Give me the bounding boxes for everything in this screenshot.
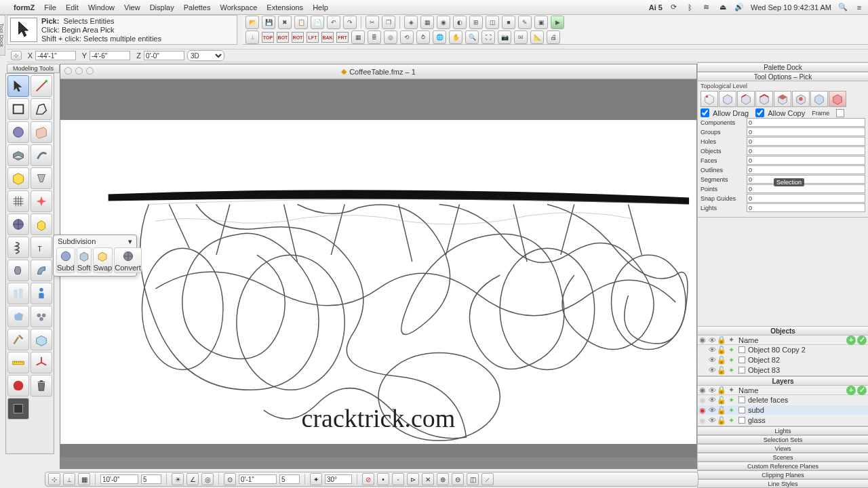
bluetooth-icon[interactable]: ᛒ <box>686 3 695 12</box>
mini-panel-header[interactable]: Clipping Planes <box>698 470 868 479</box>
view-lft[interactable]: LFT <box>307 32 319 43</box>
count-value[interactable] <box>747 203 865 212</box>
tb-hand-icon[interactable]: ✋ <box>449 30 462 44</box>
tb-redo-icon[interactable]: ↷ <box>343 16 357 29</box>
tb-print-icon[interactable]: 🖨 <box>547 30 560 44</box>
obj-col-snap[interactable]: ✦ <box>726 336 736 344</box>
sb-input-2[interactable] <box>141 474 161 484</box>
tb-hatch-icon[interactable]: ▦ <box>420 16 434 29</box>
wall-tool[interactable] <box>7 283 29 304</box>
sb-end-icon[interactable]: ⊳ <box>407 473 419 485</box>
subd-button[interactable]: Subd <box>56 247 75 273</box>
convert-button[interactable]: Convert <box>114 247 142 273</box>
topo-hole[interactable] <box>792 91 810 107</box>
min-dot[interactable] <box>75 67 83 75</box>
tb-scene-icon[interactable]: ▣ <box>534 16 548 29</box>
obj-col-vis[interactable]: 👁 <box>707 336 717 344</box>
extrude-tool[interactable] <box>7 144 29 166</box>
obj-col-lock[interactable]: 🔒 <box>717 336 726 344</box>
topo-segment[interactable] <box>737 91 755 107</box>
topo-point[interactable] <box>719 91 736 107</box>
soft-button[interactable]: Soft <box>77 247 92 273</box>
sb-snap-icon[interactable]: ⊹ <box>48 473 60 485</box>
topo-auto[interactable] <box>701 91 718 107</box>
sb-mid-icon[interactable]: ◦ <box>392 473 404 485</box>
lay-col-active[interactable]: ◉ <box>698 386 707 394</box>
trash-tool[interactable] <box>31 375 52 396</box>
tb-mail-icon[interactable]: ✉ <box>514 30 528 44</box>
sb-angle-icon[interactable]: ∠ <box>186 473 199 485</box>
revolve-tool[interactable] <box>7 260 29 281</box>
hammer-tool[interactable] <box>7 329 29 350</box>
view-bak[interactable]: BAK <box>321 32 334 43</box>
lay-col-name[interactable]: Name <box>736 386 846 394</box>
tb-play-icon[interactable]: ▶ <box>551 16 564 29</box>
blob-tool[interactable] <box>7 306 29 327</box>
topo-face[interactable] <box>774 91 791 107</box>
tb-dark-icon[interactable]: ■ <box>502 16 515 29</box>
allow-copy-chk[interactable] <box>755 108 764 117</box>
tb-globe-icon[interactable]: 🌐 <box>433 30 446 44</box>
menu-help[interactable]: Help <box>313 3 328 12</box>
rect-tool[interactable] <box>7 98 29 120</box>
count-value[interactable] <box>747 194 865 203</box>
topo-group[interactable] <box>810 91 828 107</box>
tb-wire-icon[interactable]: ⊞ <box>469 16 483 29</box>
mini-panel-header[interactable]: Lights <box>698 426 868 435</box>
tb-cut-icon[interactable]: ✂ <box>366 16 379 29</box>
tb-fit-icon[interactable]: ⛶ <box>481 30 495 44</box>
sb-no-icon[interactable]: ⊘ <box>362 473 374 485</box>
tb-dup-icon[interactable]: ❐ <box>382 16 395 29</box>
count-value[interactable] <box>747 165 865 174</box>
sb-sun-icon[interactable]: ☀ <box>172 473 184 485</box>
tb-paste-icon[interactable]: 📄 <box>311 16 324 29</box>
menu-icon[interactable]: ≡ <box>854 3 864 12</box>
count-value[interactable] <box>747 146 865 155</box>
obj-ok[interactable]: ✓ <box>857 336 867 345</box>
snap-tool[interactable] <box>31 190 52 212</box>
view-frt[interactable]: FRT <box>336 32 349 43</box>
menu-edit[interactable]: Edit <box>66 3 79 12</box>
box2-tool[interactable] <box>31 329 52 350</box>
tb-zoom-icon[interactable]: 🔍 <box>465 30 479 44</box>
wifi-icon[interactable]: ≋ <box>702 3 711 12</box>
tool-dock-tab[interactable]: Tool Dock <box>0 15 5 56</box>
tb-undo-icon[interactable]: ↶ <box>327 16 340 29</box>
viewport[interactable]: cracktrick.com <box>60 79 696 458</box>
tb-eye-icon[interactable]: ◎ <box>384 30 397 44</box>
app-name[interactable]: formZ <box>14 3 35 12</box>
object-row[interactable]: 👁🔓✦Object 80 Copy 2 <box>698 345 868 355</box>
mini-panel-header[interactable]: Line Styles <box>698 479 868 488</box>
y-input[interactable] <box>90 51 130 60</box>
mini-panel-header[interactable]: Views <box>698 444 868 453</box>
swap-button[interactable]: Swap <box>93 247 113 273</box>
view-top[interactable]: TOP <box>262 32 274 43</box>
lay-add[interactable]: + <box>846 386 856 395</box>
sweep-tool[interactable] <box>31 144 52 166</box>
tb-save-icon[interactable]: 💾 <box>262 16 275 29</box>
sb-input-1[interactable] <box>100 474 138 484</box>
sb-tan-icon[interactable]: ⊖ <box>452 473 464 485</box>
line-tool[interactable] <box>31 75 52 97</box>
tb-box-icon[interactable]: ◫ <box>486 16 499 29</box>
lay-col-snap[interactable]: ✦ <box>726 386 736 394</box>
paint-tool[interactable] <box>7 375 29 396</box>
loft-tool[interactable] <box>7 167 29 189</box>
sb-input-3[interactable] <box>239 474 277 484</box>
spotlight-icon[interactable]: 🔍 <box>838 3 848 12</box>
sb-edge-icon[interactable]: ⟋ <box>481 473 494 485</box>
scene-tool[interactable] <box>7 398 29 420</box>
objects-title[interactable]: Objects <box>698 326 868 336</box>
block-tool[interactable] <box>31 214 52 235</box>
menu-display[interactable]: Display <box>150 3 174 12</box>
obj-col-active[interactable]: ◉ <box>698 336 707 344</box>
obj-add[interactable]: + <box>846 336 856 345</box>
mini-panel-header[interactable]: Custom Reference Planes <box>698 462 868 470</box>
menu-file[interactable]: File <box>44 3 56 12</box>
helix-tool[interactable] <box>7 237 29 258</box>
zoom-dot[interactable] <box>86 67 94 75</box>
z-input[interactable] <box>144 51 184 60</box>
bend-tool[interactable] <box>31 260 52 281</box>
sync-icon[interactable]: ⟳ <box>669 3 679 12</box>
layer-row[interactable]: ◉👁🔓✦delete faces <box>698 395 868 405</box>
